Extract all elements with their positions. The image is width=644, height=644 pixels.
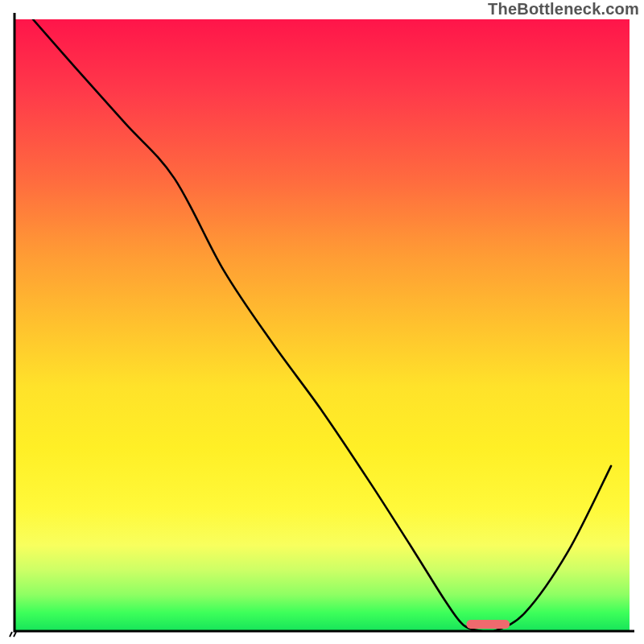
- axis-origin-tick: [8, 631, 18, 638]
- bottleneck-curve: [14, 19, 630, 631]
- svg-line-1: [14, 632, 16, 637]
- optimal-range-marker: [467, 620, 510, 629]
- svg-line-0: [10, 632, 12, 637]
- watermark-text: TheBottleneck.com: [488, 0, 639, 19]
- chart-container: TheBottleneck.com: [0, 0, 644, 644]
